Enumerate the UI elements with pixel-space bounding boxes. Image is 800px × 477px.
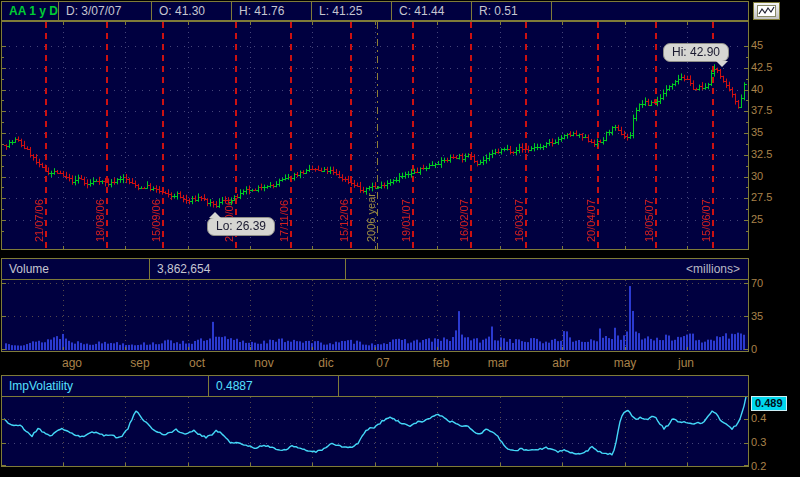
iv-tick-label: 0.4 <box>751 412 766 424</box>
month-label: may <box>607 356 643 370</box>
price-tick-label: 42.5 <box>751 61 772 73</box>
tooltip-pointer <box>209 206 221 218</box>
price-tick-label: 25 <box>751 213 763 225</box>
volume-tick-label: 35 <box>751 310 763 322</box>
volume-tick-label: 70 <box>751 277 763 289</box>
price-tick-label: 35 <box>751 126 763 138</box>
volume-units-label: <millions> <box>686 259 748 279</box>
quote-field-d: D: 3/07/07 <box>59 2 152 20</box>
month-label: mar <box>480 356 516 370</box>
month-label: nov <box>246 356 282 370</box>
header-spacer <box>346 259 686 279</box>
month-label: ago <box>54 356 90 370</box>
impvolatility-chart-panel <box>1 397 749 467</box>
impvolatility-header: ImpVolatility 0.4887 <box>1 375 749 397</box>
price-tick-label: 45 <box>751 39 763 51</box>
volume-header: Volume 3,862,654 <millions> <box>1 258 749 280</box>
price-tick-label: 32.5 <box>751 148 772 160</box>
price-tick-label: 27.5 <box>751 191 772 203</box>
quote-field-r: R: 0.51 <box>472 2 552 20</box>
quote-field-o: O: 41.30 <box>152 2 232 20</box>
quote-field-l: L: 41.25 <box>312 2 392 20</box>
high-tooltip-text: Hi: 42.90 <box>672 45 720 59</box>
impvolatility-chart-canvas[interactable] <box>2 397 748 466</box>
volume-label: Volume <box>2 259 150 279</box>
impvolatility-value: 0.4887 <box>209 376 339 396</box>
price-chart-canvas[interactable] <box>2 22 748 249</box>
low-tooltip: Lo: 26.39 <box>207 217 275 236</box>
quote-field-h: H: 41.76 <box>232 2 312 20</box>
month-label: dic <box>308 356 344 370</box>
month-label: jun <box>668 356 704 370</box>
impvolatility-label: ImpVolatility <box>2 376 209 396</box>
quote-fields: D: 3/07/07O: 41.30H: 41.76L: 41.25C: 41.… <box>59 2 552 20</box>
volume-value: 3,862,654 <box>150 259 346 279</box>
header-spacer <box>339 376 748 396</box>
volume-tick-label: 0 <box>751 343 757 355</box>
time-axis-months: agosepoctnovdic07febmarabrmayjun <box>1 353 749 373</box>
month-label: sep <box>122 356 158 370</box>
price-tick-label: 30 <box>751 170 763 182</box>
quote-field-c: C: 41.44 <box>392 2 472 20</box>
month-label: 07 <box>365 356 401 370</box>
chart-style-button[interactable] <box>753 2 780 20</box>
iv-tick-label: 0.2 <box>751 460 766 472</box>
month-label: abr <box>543 356 579 370</box>
low-tooltip-text: Lo: 26.39 <box>216 219 266 233</box>
price-tick-label: 40 <box>751 83 763 95</box>
current-iv-badge: 0.489 <box>751 396 787 411</box>
price-chart-panel: Hi: 42.90 Lo: 26.39 <box>1 21 749 250</box>
iv-tick-label: 0.3 <box>751 436 766 448</box>
trading-chart-window: AA 1 y D D: 3/07/07O: 41.30H: 41.76L: 41… <box>0 0 800 477</box>
tooltip-pointer <box>716 61 728 73</box>
volume-chart-canvas[interactable] <box>2 280 748 350</box>
month-label: feb <box>423 356 459 370</box>
month-label: oct <box>179 356 215 370</box>
volume-chart-panel <box>1 280 749 352</box>
price-tick-label: 37.5 <box>751 104 772 116</box>
symbol-timeframe-label: AA 1 y D <box>2 2 59 20</box>
high-tooltip: Hi: 42.90 <box>663 43 729 62</box>
mini-chart-icon <box>757 5 776 17</box>
quote-bar: AA 1 y D D: 3/07/07O: 41.30H: 41.76L: 41… <box>1 1 749 21</box>
